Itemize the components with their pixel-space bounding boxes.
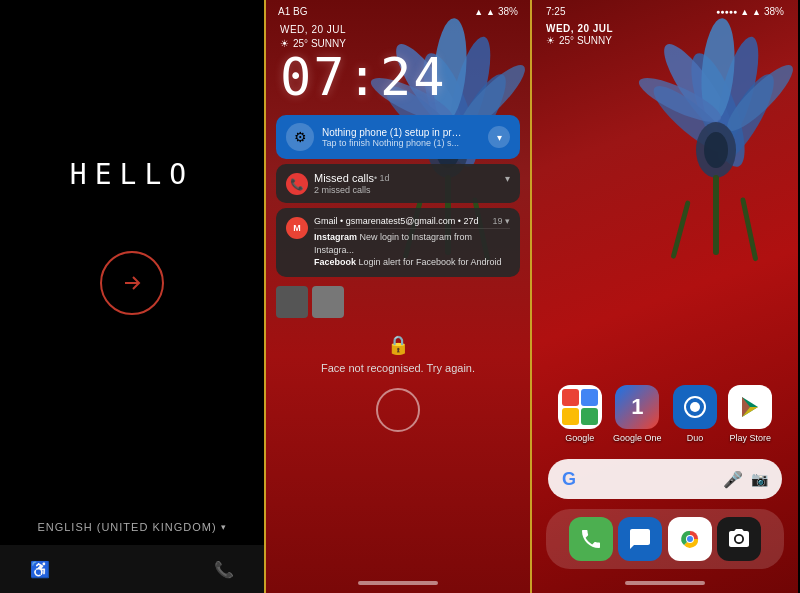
- dock-chrome[interactable]: [668, 517, 712, 561]
- phone-icon: [569, 517, 613, 561]
- google-g-logo: G: [562, 469, 576, 490]
- gmail-content: Gmail • gsmarenatest5@gmail.com • 27d 19…: [314, 216, 510, 269]
- dock-phone[interactable]: [569, 517, 613, 561]
- play-store-icon: [728, 385, 772, 429]
- notification-missed-calls[interactable]: 📞 Missed calls • 1d ▾ 2 missed calls: [276, 164, 520, 203]
- notification-dot: ●●●●●: [716, 8, 737, 15]
- dock-messages[interactable]: [618, 517, 662, 561]
- date-line1: WED, 20 JUL: [546, 23, 784, 34]
- notification-nothing-phone[interactable]: ⚙ Nothing phone (1) setup in prog... Tap…: [276, 115, 520, 159]
- dock: [546, 509, 784, 569]
- status-bar: A1 BG ▲ ▲ 38%: [266, 0, 530, 19]
- gmail-line1: Instagram New login to Instagram from In…: [314, 231, 510, 256]
- thumbnail1: [276, 286, 308, 318]
- phone3-home-screen: 7:25 ●●●●● ▲ ▲ 38% WED, 20 JUL ☀ 25° SUN…: [532, 0, 798, 593]
- app-label: Play Store: [730, 433, 772, 443]
- google-one-icon: 1: [615, 385, 659, 429]
- app-google[interactable]: Google: [558, 385, 602, 443]
- status-bar: 7:25 ●●●●● ▲ ▲ 38%: [532, 0, 798, 19]
- face-unlock-area: 🔒 Face not recognised. Try again.: [266, 334, 530, 432]
- messages-icon: [618, 517, 662, 561]
- battery-label: 38%: [498, 6, 518, 17]
- bottom-bar: ♿ 📞: [0, 545, 264, 593]
- svg-point-27: [690, 402, 700, 412]
- app-play-store[interactable]: Play Store: [728, 385, 772, 443]
- gmail-icon: M: [286, 217, 308, 239]
- date-line1: WED, 20 JUL: [280, 23, 516, 37]
- time-label: 7:25: [546, 6, 565, 17]
- camera-icon: [717, 517, 761, 561]
- notifications-area: ⚙ Nothing phone (1) setup in prog... Tap…: [266, 115, 530, 322]
- notif-title-label: Missed calls: [314, 172, 374, 184]
- battery-label: 38%: [764, 6, 784, 17]
- status-icons: ●●●●● ▲ ▲ 38%: [716, 6, 784, 17]
- weather-icon: ☀: [546, 35, 555, 46]
- lock-icon: 🔒: [387, 334, 409, 356]
- language-label: ENGLISH (UNITED KINGDOM): [37, 521, 216, 533]
- chevron-down-icon: ▾: [221, 522, 227, 532]
- phone-icon[interactable]: 📞: [214, 560, 234, 579]
- wifi-icon: ▲: [740, 7, 749, 17]
- app-label: Google: [565, 433, 594, 443]
- home-indicator[interactable]: [625, 581, 705, 585]
- home-indicator[interactable]: [358, 581, 438, 585]
- duo-icon: [673, 385, 717, 429]
- app-label: Duo: [687, 433, 704, 443]
- hello-text: HELLO: [70, 158, 194, 191]
- app-duo[interactable]: Duo: [673, 385, 717, 443]
- app-grid: Google 1 Google One Duo: [532, 385, 798, 443]
- microphone-icon[interactable]: 🎤: [723, 470, 743, 489]
- notification-content: Missed calls • 1d ▾ 2 missed calls: [314, 172, 510, 195]
- image-thumbs: [276, 282, 520, 322]
- chrome-icon: [668, 517, 712, 561]
- notif-subtitle: 2 missed calls: [314, 185, 510, 195]
- phone2-lock-screen: A1 BG ▲ ▲ 38% WED, 20 JUL ☀ 25° SUNNY 07…: [266, 0, 532, 593]
- dock-camera[interactable]: [717, 517, 761, 561]
- app-label: Google One: [613, 433, 662, 443]
- expand-icon[interactable]: ▾: [505, 173, 510, 184]
- camera-search-icon[interactable]: 📷: [751, 471, 768, 487]
- gmail-line2: Facebook Login alert for Facebook for An…: [314, 256, 510, 269]
- status-icons: ▲ ▲ 38%: [474, 6, 518, 17]
- weather-text: 25° SUNNY: [559, 35, 612, 46]
- notification-gmail[interactable]: M Gmail • gsmarenatest5@gmail.com • 27d …: [276, 208, 520, 277]
- date-weather-area: WED, 20 JUL ☀ 25° SUNNY: [532, 19, 798, 52]
- notification-content: Nothing phone (1) setup in prog... Tap t…: [322, 127, 480, 148]
- thumbnail2: [312, 286, 344, 318]
- wifi-icon: ▲: [474, 7, 483, 17]
- notification-title: Nothing phone (1) setup in prog...: [322, 127, 462, 138]
- notification-subtitle: Tap to finish Nothing phone (1) s...: [322, 138, 462, 148]
- arrow-button[interactable]: [100, 251, 164, 315]
- accessibility-icon[interactable]: ♿: [30, 560, 50, 579]
- notification-icon: ⚙: [286, 123, 314, 151]
- language-selector[interactable]: ENGLISH (UNITED KINGDOM) ▾: [37, 521, 226, 533]
- call-icon: 📞: [286, 173, 308, 195]
- home-content: Google 1 Google One Duo: [532, 52, 798, 593]
- clock-time: 07:24: [280, 51, 516, 103]
- phone1-hello-screen: HELLO ENGLISH (UNITED KINGDOM) ▾ ♿ 📞: [0, 0, 266, 593]
- search-bar[interactable]: G 🎤 📷: [548, 459, 782, 499]
- fingerprint-circle[interactable]: [376, 388, 420, 432]
- notif-time-label: • 1d: [374, 173, 390, 183]
- svg-point-33: [687, 536, 693, 542]
- app-google-one[interactable]: 1 Google One: [613, 385, 662, 443]
- carrier-label: A1 BG: [278, 6, 307, 17]
- weather-row: ☀ 25° SUNNY: [546, 35, 784, 46]
- signal-icon: ▲: [752, 7, 761, 17]
- clock-area: WED, 20 JUL ☀ 25° SUNNY 07:24: [266, 19, 530, 109]
- google-icon: [558, 385, 602, 429]
- gmail-count: 19 ▾: [492, 216, 510, 226]
- expand-button[interactable]: ▾: [488, 126, 510, 148]
- face-unlock-message: Face not recognised. Try again.: [321, 362, 475, 374]
- signal-icon: ▲: [486, 7, 495, 17]
- gmail-sender: Gmail • gsmarenatest5@gmail.com • 27d: [314, 216, 479, 226]
